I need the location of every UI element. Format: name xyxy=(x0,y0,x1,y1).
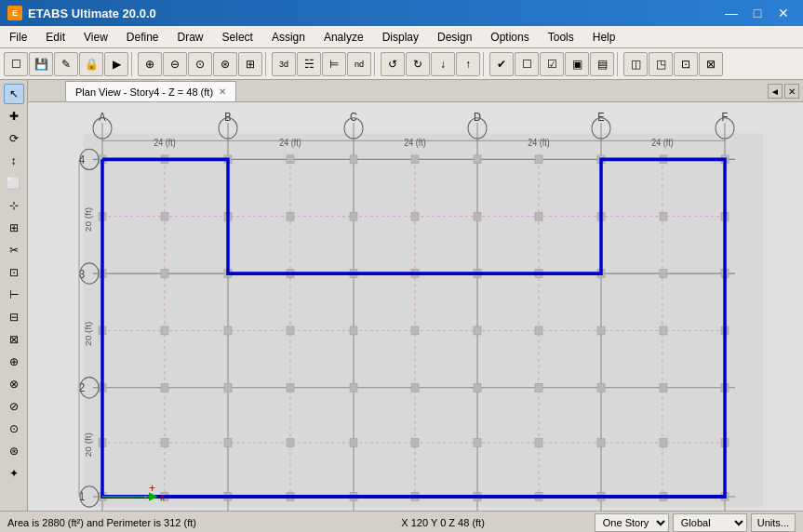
toolbar-separator xyxy=(483,52,487,76)
chk-btn[interactable]: ☑ xyxy=(540,52,564,76)
view1-btn[interactable]: ◫ xyxy=(623,52,648,76)
tab-prev-button[interactable]: ◄ xyxy=(768,84,783,99)
svg-rect-88 xyxy=(287,383,294,392)
svg-text:20 (ft): 20 (ft) xyxy=(84,432,93,457)
menu-item-design[interactable]: Design xyxy=(428,26,481,47)
maximize-button[interactable]: □ xyxy=(745,4,770,22)
statusbar-coordinates: X 120 Y 0 Z 48 (ft) xyxy=(301,517,584,528)
menu-item-assign[interactable]: Assign xyxy=(262,26,315,47)
main-area: ↖✚⟳↕⬜⊹⊞✂⊡⊢⊟⊠⊕⊗⊘⊙⊛✦ Plan View - Story4 - … xyxy=(0,80,803,511)
menu-item-select[interactable]: Select xyxy=(213,26,262,47)
frame-tool[interactable]: ⊢ xyxy=(4,285,24,305)
view-tool[interactable]: ⊙ xyxy=(4,419,24,439)
view4-btn[interactable]: ⊠ xyxy=(699,52,723,76)
zoom-sel-btn[interactable]: ⊞ xyxy=(238,52,262,76)
draw-btn[interactable]: ✎ xyxy=(54,52,78,76)
menu-item-draw[interactable]: Draw xyxy=(168,26,213,47)
svg-rect-47 xyxy=(287,212,294,220)
zoom-in-btn[interactable]: ⊕ xyxy=(138,52,162,76)
nd-btn[interactable]: nd xyxy=(347,52,371,76)
units-button[interactable]: Units... xyxy=(751,513,796,532)
svg-text:20 (ft): 20 (ft) xyxy=(84,322,93,346)
svg-rect-50 xyxy=(474,212,481,220)
grid-btn[interactable]: ▤ xyxy=(590,52,614,76)
menu-item-edit[interactable]: Edit xyxy=(36,26,74,47)
move-tool[interactable]: ↕ xyxy=(4,151,24,171)
rotate-tool[interactable]: ⟳ xyxy=(4,128,24,149)
check-btn[interactable]: ✔ xyxy=(489,52,514,76)
menu-item-options[interactable]: Options xyxy=(481,26,538,47)
minimize-button[interactable]: — xyxy=(719,4,743,22)
3d-btn[interactable]: 3d xyxy=(272,52,296,76)
menu-item-tools[interactable]: Tools xyxy=(539,26,583,47)
svg-text:C: C xyxy=(350,110,357,123)
persp-btn[interactable]: ☵ xyxy=(297,52,321,76)
story-dropdown[interactable]: One Story xyxy=(595,513,669,532)
sel-btn[interactable]: ☐ xyxy=(515,52,539,76)
svg-rect-78 xyxy=(287,155,294,164)
tab-label: Plan View - Story4 - Z = 48 (ft) xyxy=(75,86,213,98)
svg-rect-68 xyxy=(224,438,232,446)
svg-rect-33 xyxy=(224,383,232,392)
down-btn[interactable]: ↓ xyxy=(431,52,455,76)
add-tool[interactable]: ⊕ xyxy=(4,352,24,372)
menu-item-view[interactable]: View xyxy=(74,26,117,47)
svg-text:24 (ft): 24 (ft) xyxy=(279,137,301,148)
toolbar-separator xyxy=(265,52,269,76)
rect-select-tool[interactable]: ⬜ xyxy=(4,173,24,193)
svg-rect-61 xyxy=(474,326,481,335)
menu-item-analyze[interactable]: Analyze xyxy=(315,26,373,47)
svg-rect-69 xyxy=(287,438,294,446)
snap-tool[interactable]: ⊛ xyxy=(4,441,24,461)
grid-tool[interactable]: ⊞ xyxy=(4,218,24,238)
special-tool[interactable]: ✦ xyxy=(4,463,24,484)
close-button[interactable]: ✕ xyxy=(771,4,796,22)
app-icon: E xyxy=(7,6,22,20)
menu-item-help[interactable]: Help xyxy=(583,26,625,47)
tab-close-all-button[interactable]: ✕ xyxy=(784,84,799,99)
svg-rect-70 xyxy=(350,438,357,446)
area-tool[interactable]: ⊟ xyxy=(4,307,24,327)
joint-tool[interactable]: ⊡ xyxy=(4,262,24,283)
canvas-container: Plan View - Story4 - Z = 48 (ft) ✕ ◄ ✕ xyxy=(28,80,803,511)
tab-close-icon[interactable]: ✕ xyxy=(219,86,226,97)
redo-btn[interactable]: ↻ xyxy=(406,52,430,76)
menu-item-define[interactable]: Define xyxy=(117,26,168,47)
zoom-out-btn[interactable]: ⊖ xyxy=(163,52,187,76)
svg-rect-73 xyxy=(535,438,542,446)
new-btn[interactable]: ☐ xyxy=(4,52,28,76)
svg-rect-80 xyxy=(535,155,542,164)
svg-text:A: A xyxy=(99,110,106,123)
menu-item-display[interactable]: Display xyxy=(373,26,428,47)
titlebar: E ETABS Ultimate 20.0.0 — □ ✕ xyxy=(0,0,803,26)
toolbar-separator xyxy=(131,52,135,76)
svg-rect-86 xyxy=(660,270,667,278)
del-tool[interactable]: ⊗ xyxy=(4,374,24,394)
null-tool[interactable]: ⊘ xyxy=(4,396,24,417)
lock-btn[interactable]: 🔒 xyxy=(79,52,103,76)
run-btn[interactable]: ▶ xyxy=(104,52,128,76)
view2-btn[interactable]: ◳ xyxy=(649,52,673,76)
toolbar: ☐💾✎🔒▶⊕⊖⊙⊛⊞3d☵⊨nd↺↻↓↑✔☐☑▣▤◫◳⊡⊠ xyxy=(0,48,803,80)
box-btn[interactable]: ▣ xyxy=(565,52,589,76)
menu-item-file[interactable]: File xyxy=(0,26,36,47)
link-tool[interactable]: ⊠ xyxy=(4,329,24,350)
pointer-tool[interactable]: ↖ xyxy=(4,84,24,104)
cut-tool[interactable]: ✂ xyxy=(4,240,24,260)
section-btn[interactable]: ⊨ xyxy=(322,52,346,76)
global-dropdown[interactable]: Global xyxy=(673,513,747,532)
up-btn[interactable]: ↑ xyxy=(456,52,480,76)
zoom-rect-btn[interactable]: ⊙ xyxy=(188,52,212,76)
plan-view-tab[interactable]: Plan View - Story4 - Z = 48 (ft) ✕ xyxy=(65,81,236,101)
svg-rect-89 xyxy=(411,383,419,392)
cross-tool[interactable]: ✚ xyxy=(4,106,24,126)
plan-view-canvas[interactable]: A B C D E F 4 3 2 1 xyxy=(28,102,803,511)
view3-btn[interactable]: ⊡ xyxy=(674,52,698,76)
zoom-full-btn[interactable]: ⊛ xyxy=(213,52,237,76)
undo-btn[interactable]: ↺ xyxy=(381,52,405,76)
point-tool[interactable]: ⊹ xyxy=(4,195,24,216)
left-toolbar: ↖✚⟳↕⬜⊹⊞✂⊡⊢⊟⊠⊕⊗⊘⊙⊛✦ xyxy=(0,80,28,511)
svg-rect-79 xyxy=(411,155,419,164)
save-btn[interactable]: 💾 xyxy=(29,52,53,76)
app-title: ETABS Ultimate 20.0.0 xyxy=(28,7,156,20)
